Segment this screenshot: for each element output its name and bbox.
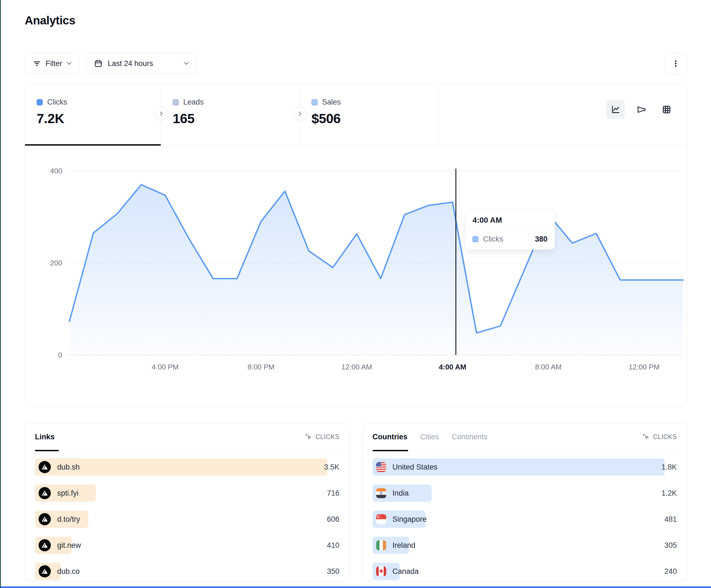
sales-swatch-icon	[311, 99, 318, 106]
cursor-click-icon	[642, 433, 650, 441]
metric-label: Clicks	[47, 98, 67, 107]
svg-text:8:00 PM: 8:00 PM	[247, 363, 275, 371]
expand-clicks-button[interactable]	[155, 107, 168, 120]
clicks-swatch-icon	[473, 236, 478, 242]
dub-logo-icon	[39, 513, 51, 525]
filter-lines-icon	[33, 59, 41, 68]
leads-metric-value: 165	[173, 111, 300, 126]
page-title: Analytics	[25, 13, 687, 28]
tab-leads[interactable]: Leads 165	[161, 85, 300, 145]
dub-logo-icon	[39, 461, 51, 473]
toolbar: Filter Last 24 hours	[25, 53, 687, 74]
svg-text:8:00 AM: 8:00 AM	[535, 363, 561, 371]
analytics-chart-card: Clicks 7.2K Leads 165 Sales	[25, 85, 687, 407]
spti.fyi-row[interactable]: spti.fyi716	[35, 484, 340, 502]
tab-countries[interactable]: Countries	[372, 433, 408, 441]
india-row[interactable]: India1.2K	[372, 484, 677, 502]
flag-us-icon	[376, 462, 386, 472]
tab-clicks[interactable]: Clicks 7.2K	[25, 85, 161, 145]
canada-row[interactable]: Canada240	[372, 563, 677, 580]
column-header-label: CLICKS	[653, 433, 677, 441]
date-range-label: Last 24 hours	[108, 59, 153, 68]
row-label: dub.co	[57, 567, 80, 576]
active-tab-indicator	[35, 450, 59, 451]
svg-text:0: 0	[58, 351, 62, 359]
filter-button[interactable]: Filter	[25, 53, 80, 74]
sales-metric-value: $506	[311, 111, 438, 126]
row-value: 606	[327, 515, 339, 524]
chart-type-toggle-group	[606, 100, 676, 119]
links-rows: dub.sh3.5Kspti.fyi716d.to/try606git.new4…	[25, 451, 349, 580]
countries-rows: United States1.8KIndia1.2KSingapore481Ir…	[363, 451, 687, 580]
date-range-button[interactable]: Last 24 hours	[86, 53, 197, 74]
row-value: 305	[664, 541, 677, 550]
row-label: git.new	[57, 541, 81, 550]
d.to/try-row[interactable]: d.to/try606	[35, 511, 340, 528]
tab-continents[interactable]: Continents	[452, 433, 488, 441]
table-view-button[interactable]	[658, 100, 676, 119]
flag-in-icon	[376, 488, 386, 498]
dub.sh-row[interactable]: dub.sh3.5K	[35, 458, 340, 476]
chart-tooltip: 4:00 AM Clicks 380	[465, 210, 555, 250]
row-value: 716	[327, 489, 339, 498]
flag-sg-icon	[376, 514, 386, 524]
metric-tabs-row: Clicks 7.2K Leads 165 Sales	[25, 85, 687, 145]
breakdown-panels: Links CLICKS dub.sh3.5Kspti.fyi716d.to/t…	[25, 423, 687, 581]
row-label: Singapore	[392, 515, 427, 524]
line-chart-view-button[interactable]	[606, 100, 625, 119]
row-label: Ireland	[392, 541, 416, 550]
funnel-view-button[interactable]	[632, 100, 650, 119]
filter-button-label: Filter	[45, 59, 62, 68]
row-value: 481	[664, 515, 677, 524]
tab-links[interactable]: Links	[35, 433, 55, 441]
more-options-button[interactable]	[664, 53, 687, 74]
countries-panel: Countries Cities Continents CLICKS	[362, 423, 687, 581]
svg-text:4:00 AM: 4:00 AM	[439, 363, 467, 371]
row-label: spti.fyi	[57, 489, 79, 498]
row-value: 1.8K	[661, 463, 677, 472]
expand-leads-button[interactable]	[294, 107, 307, 120]
row-value: 240	[664, 567, 677, 576]
row-label: dub.sh	[57, 463, 80, 472]
svg-text:12:00 PM: 12:00 PM	[628, 363, 659, 371]
cursor-click-icon	[305, 433, 312, 441]
links-sort-by-clicks[interactable]: CLICKS	[305, 433, 339, 441]
tooltip-value: 380	[535, 235, 547, 244]
tab-cities[interactable]: Cities	[420, 433, 439, 441]
singapore-row[interactable]: Singapore481	[372, 511, 677, 528]
tab-sales[interactable]: Sales $506	[300, 85, 439, 145]
git.new-row[interactable]: git.new410	[35, 537, 340, 554]
kebab-menu-icon	[671, 59, 681, 68]
dub.co-row[interactable]: dub.co350	[35, 563, 340, 580]
row-value: 3.5K	[324, 463, 340, 472]
chevron-down-icon	[67, 62, 72, 65]
row-label: India	[392, 489, 409, 498]
countries-sort-by-clicks[interactable]: CLICKS	[642, 433, 677, 441]
clicks-swatch-icon	[37, 99, 43, 106]
column-header-label: CLICKS	[316, 433, 339, 441]
line-chart-icon	[610, 105, 621, 115]
row-value: 1.2K	[661, 489, 677, 498]
svg-text:12:00 AM: 12:00 AM	[342, 363, 372, 371]
ireland-row[interactable]: Ireland305	[372, 537, 677, 554]
flag-ie-icon	[376, 540, 386, 550]
clicks-time-series-chart[interactable]: 02004004:00 PM8:00 PM12:00 AM4:00 AM8:00…	[25, 145, 687, 407]
chevron-right-icon	[298, 111, 302, 116]
active-tab-indicator	[372, 450, 408, 451]
dub-logo-icon	[39, 539, 51, 551]
funnel-icon	[636, 105, 646, 115]
svg-text:200: 200	[50, 259, 62, 267]
leads-swatch-icon	[173, 99, 179, 106]
chevron-right-icon	[159, 111, 163, 116]
row-label: Canada	[392, 567, 419, 576]
row-label: United States	[392, 463, 437, 472]
tooltip-time: 4:00 AM	[465, 210, 555, 230]
grid-icon	[662, 105, 672, 115]
svg-text:4:00 PM: 4:00 PM	[152, 363, 179, 371]
clicks-chart-svg: 02004004:00 PM8:00 PM12:00 AM4:00 AM8:00…	[25, 145, 687, 407]
links-panel: Links CLICKS dub.sh3.5Kspti.fyi716d.to/t…	[25, 423, 350, 581]
calendar-icon	[94, 59, 103, 68]
svg-text:400: 400	[50, 167, 62, 175]
united-states-row[interactable]: United States1.8K	[372, 458, 677, 476]
chevron-down-icon	[184, 62, 189, 65]
